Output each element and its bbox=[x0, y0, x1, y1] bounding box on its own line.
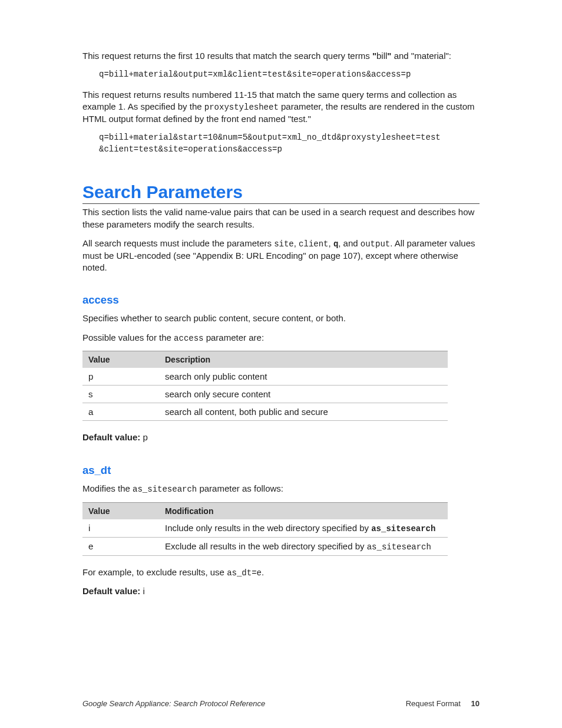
table-header-modification: Modification bbox=[159, 502, 448, 519]
access-lead: Possible values for the access parameter… bbox=[82, 332, 480, 344]
as-dt-table: Value Modification i Include only result… bbox=[82, 502, 448, 556]
search-params-paragraph-1: This section lists the valid name-value … bbox=[82, 206, 480, 230]
table-header-value: Value bbox=[82, 502, 159, 519]
page-footer: Google Search Appliance: Search Protocol… bbox=[82, 699, 480, 708]
access-table: Value Description p search only public c… bbox=[82, 351, 448, 421]
intro-paragraph-1: This request returns the first 10 result… bbox=[82, 50, 480, 62]
section-heading-search-parameters: Search Parameters bbox=[82, 182, 480, 204]
table-header-value: Value bbox=[82, 351, 159, 368]
footer-section: Request Format 10 bbox=[406, 699, 480, 708]
search-params-paragraph-2: All search requests must include the par… bbox=[82, 238, 480, 274]
page-number: 10 bbox=[471, 699, 480, 708]
as-dt-example: For example, to exclude results, use as_… bbox=[82, 566, 480, 579]
intro-paragraph-2: This request returns results numbered 11… bbox=[82, 89, 480, 125]
access-default-value: Default value: p bbox=[82, 431, 480, 443]
table-row: i Include only results in the web direct… bbox=[82, 519, 448, 538]
subsection-heading-as-dt: as_dt bbox=[82, 464, 480, 477]
access-description: Specifies whether to search public conte… bbox=[82, 312, 480, 324]
code-block-1: q=bill+material&output=xml&client=test&s… bbox=[82, 69, 480, 81]
subsection-heading-access: access bbox=[82, 294, 480, 307]
code-block-2: q=bill+material&start=10&num=5&output=xm… bbox=[82, 132, 480, 155]
table-header-description: Description bbox=[159, 351, 448, 368]
table-row: e Exclude all results in the web directo… bbox=[82, 537, 448, 555]
as-dt-description: Modifies the as_sitesearch parameter as … bbox=[82, 483, 480, 495]
table-row: s search only secure content bbox=[82, 386, 448, 403]
table-row: a search all content, both public and se… bbox=[82, 403, 448, 421]
page-content: This request returns the first 10 result… bbox=[0, 0, 562, 640]
as-dt-default-value: Default value: i bbox=[82, 585, 480, 597]
table-row: p search only public content bbox=[82, 368, 448, 386]
footer-doc-title: Google Search Appliance: Search Protocol… bbox=[82, 699, 265, 708]
